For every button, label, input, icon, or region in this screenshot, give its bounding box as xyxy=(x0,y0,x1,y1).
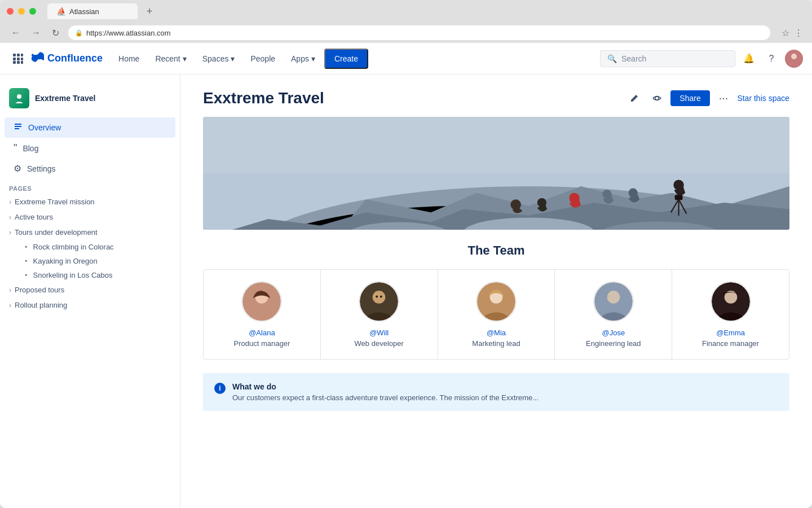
avatar-alana xyxy=(241,281,282,322)
page-header: Exxtreme Travel xyxy=(180,75,812,117)
browser-titlebar: ⛵ Atlassian + xyxy=(0,0,812,23)
svg-point-37 xyxy=(376,296,378,298)
tab-favicon: ⛵ xyxy=(56,7,66,16)
member-role-mia: Marketing lead xyxy=(447,339,546,348)
sidebar-overview-label: Overview xyxy=(28,123,61,132)
lock-icon: 🔒 xyxy=(75,29,83,37)
minimize-dot[interactable] xyxy=(18,8,25,15)
create-button[interactable]: Create xyxy=(324,49,368,69)
team-member-jose: @Jose Engineering lead xyxy=(555,270,672,359)
sidebar-sub-snorkeling[interactable]: Snorkeling in Los Cabos xyxy=(0,268,180,282)
user-avatar[interactable] xyxy=(785,50,803,68)
svg-point-42 xyxy=(607,291,620,304)
sidebar-page-proposed[interactable]: › Proposed tours xyxy=(0,282,180,297)
info-box: i What we do Our customers expect a firs… xyxy=(203,373,789,411)
search-icon: 🔍 xyxy=(607,54,617,63)
close-dot[interactable] xyxy=(7,8,14,15)
team-member-mia: @Mia Marketing lead xyxy=(438,270,555,359)
edit-button[interactable] xyxy=(625,89,643,107)
main-layout: Exxtreme Travel Overview " Blog xyxy=(0,75,812,508)
bookmark-icon[interactable]: ☆ xyxy=(782,28,789,38)
nav-home[interactable]: Home xyxy=(112,50,146,68)
notifications-button[interactable]: 🔔 xyxy=(740,50,758,68)
blog-icon: " xyxy=(14,142,17,154)
help-button[interactable]: ? xyxy=(762,50,780,68)
confluence-logo[interactable]: Confluence xyxy=(32,51,103,66)
new-tab-button[interactable]: + xyxy=(147,6,153,17)
browser-menu-icon[interactable]: ⋮ xyxy=(794,28,803,38)
member-role-emma: Finance manager xyxy=(681,339,780,348)
settings-icon: ⚙ xyxy=(14,163,21,174)
hero-image xyxy=(203,117,789,230)
chevron-right-icon: › xyxy=(9,213,11,221)
sidebar-sub-kayaking[interactable]: Kayaking in Oregon xyxy=(0,254,180,268)
sidebar-space-header: Exxtreme Travel xyxy=(0,84,180,117)
chevron-right-icon: › xyxy=(9,301,11,309)
nav-people[interactable]: People xyxy=(244,50,282,68)
sidebar-nav-settings[interactable]: ⚙ Settings xyxy=(5,159,175,178)
maximize-dot[interactable] xyxy=(29,8,36,15)
sidebar-nav-overview[interactable]: Overview xyxy=(5,117,175,138)
team-grid: @Alana Product manager xyxy=(203,269,789,360)
nav-apps[interactable]: Apps ▾ xyxy=(284,50,322,68)
info-text: Our customers expect a first-class adven… xyxy=(232,393,539,402)
svg-rect-22 xyxy=(203,117,789,173)
forward-button[interactable]: → xyxy=(29,25,43,40)
member-handle-mia: @Mia xyxy=(447,329,546,337)
top-navigation: Confluence Home Recent ▾ Spaces ▾ People xyxy=(0,43,812,75)
svg-point-10 xyxy=(791,54,797,59)
avatar-emma xyxy=(710,281,751,322)
svg-rect-4 xyxy=(17,58,20,60)
svg-rect-2 xyxy=(21,54,23,56)
member-role-will: Web developer xyxy=(330,339,429,348)
watch-button[interactable] xyxy=(648,89,666,107)
sidebar-page-mission[interactable]: › Exxtreme Travel mission xyxy=(0,194,180,209)
chevron-right-icon: › xyxy=(9,286,11,294)
refresh-button[interactable]: ↻ xyxy=(50,25,61,41)
search-box[interactable]: 🔍 Search xyxy=(600,50,735,67)
tab-title: Atlassian xyxy=(69,7,99,16)
app-body: Confluence Home Recent ▾ Spaces ▾ People xyxy=(0,43,812,508)
confluence-logo-text: Confluence xyxy=(47,52,103,64)
header-actions: Share ··· Star this space xyxy=(625,88,789,108)
team-member-emma: @Emma Finance manager xyxy=(672,270,789,359)
nav-recent[interactable]: Recent ▾ xyxy=(148,50,193,68)
team-member-alana: @Alana Product manager xyxy=(204,270,321,359)
star-space-button[interactable]: Star this space xyxy=(737,94,789,103)
member-handle-will: @Will xyxy=(330,329,429,337)
sidebar-nav-blog[interactable]: " Blog xyxy=(5,138,175,159)
member-role-jose: Engineering lead xyxy=(564,339,663,348)
share-button[interactable]: Share xyxy=(670,90,709,106)
svg-rect-8 xyxy=(21,61,23,64)
svg-rect-0 xyxy=(13,54,16,56)
url-text: https://www.atlassian.com xyxy=(86,29,171,37)
sidebar: Exxtreme Travel Overview " Blog xyxy=(0,75,180,508)
sidebar-sub-rock-climbing[interactable]: Rock climbing in Colorac xyxy=(0,240,180,254)
sidebar-blog-label: Blog xyxy=(23,144,38,153)
pages-section-title: PAGES xyxy=(0,178,180,194)
sidebar-page-active-tours[interactable]: › Active tours xyxy=(0,209,180,225)
apps-grid-icon[interactable] xyxy=(9,50,27,68)
address-bar[interactable]: 🔒 https://www.atlassian.com xyxy=(68,25,770,40)
sidebar-page-tours-dev[interactable]: › Tours under development xyxy=(0,225,180,240)
sidebar-page-rollout[interactable]: › Rollout planning xyxy=(0,297,180,313)
chevron-down-icon: › xyxy=(9,229,11,237)
svg-rect-3 xyxy=(13,58,16,60)
browser-window: ⛵ Atlassian + ← → ↻ 🔒 https://www.atlass… xyxy=(0,0,812,508)
svg-rect-6 xyxy=(13,61,16,64)
svg-point-15 xyxy=(655,97,659,100)
browser-tab[interactable]: ⛵ Atlassian xyxy=(47,3,138,19)
team-section-title: The Team xyxy=(203,243,789,258)
back-button[interactable]: ← xyxy=(9,25,23,40)
space-icon xyxy=(9,88,29,108)
nav-items: Home Recent ▾ Spaces ▾ People Apps ▾ Cre… xyxy=(112,49,600,69)
svg-rect-1 xyxy=(17,54,20,56)
more-actions-button[interactable]: ··· xyxy=(714,88,733,108)
browser-extra-actions: ☆ ⋮ xyxy=(782,28,803,38)
info-title: What we do xyxy=(232,382,539,391)
nav-spaces[interactable]: Spaces ▾ xyxy=(196,50,242,68)
svg-point-36 xyxy=(373,291,386,304)
chevron-down-icon: ▾ xyxy=(183,54,187,63)
svg-rect-7 xyxy=(17,61,20,64)
svg-point-11 xyxy=(17,94,21,99)
